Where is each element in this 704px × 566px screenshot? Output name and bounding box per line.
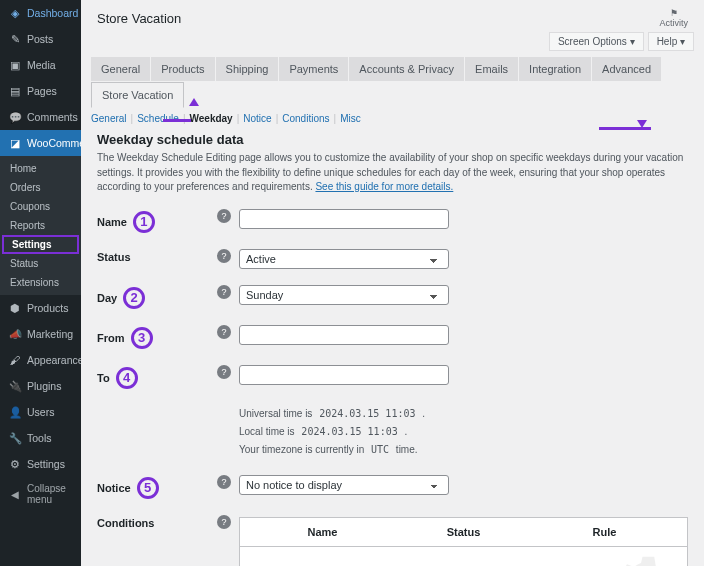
help-icon[interactable]: ? bbox=[217, 475, 231, 489]
conditions-table: Name Status Rule You can add multiple ru… bbox=[239, 517, 688, 567]
settings-tabs: GeneralProductsShippingPaymentsAccounts … bbox=[81, 57, 704, 107]
sidebar-sub-item[interactable]: Extensions bbox=[0, 273, 81, 292]
tab[interactable]: Accounts & Privacy bbox=[349, 57, 464, 81]
help-icon[interactable]: ? bbox=[217, 285, 231, 299]
sidebar-item[interactable]: 🔧Tools bbox=[0, 425, 81, 451]
sidebar-item[interactable]: ▤Pages bbox=[0, 78, 81, 104]
main-panel: Weekday schedule data The Weekday Schedu… bbox=[81, 128, 704, 566]
sidebar-submenu: HomeOrdersCouponsReportsSettingsStatusEx… bbox=[0, 156, 81, 295]
day-select[interactable]: Sunday bbox=[239, 285, 449, 305]
sidebar-item[interactable]: 💬Comments bbox=[0, 104, 81, 130]
guide-link[interactable]: See this guide for more details. bbox=[315, 181, 453, 192]
gear-watermark-icon bbox=[609, 551, 679, 567]
sidebar-item[interactable]: ⚙Settings bbox=[0, 451, 81, 477]
subtab[interactable]: Conditions bbox=[282, 113, 329, 124]
topbar: Store Vacation ⚑ Activity bbox=[81, 0, 704, 32]
time-info: Universal time is 2024.03.15 11:03 . Loc… bbox=[239, 405, 425, 459]
sidebar-sub-item[interactable]: Reports bbox=[0, 216, 81, 235]
screen-options-button[interactable]: Screen Options ▾ bbox=[549, 32, 644, 51]
tab[interactable]: General bbox=[91, 57, 150, 81]
sidebar-item[interactable]: 👤Users bbox=[0, 399, 81, 425]
page-title: Store Vacation bbox=[97, 11, 181, 26]
help-icon[interactable]: ? bbox=[217, 515, 231, 529]
activity-button[interactable]: ⚑ Activity bbox=[659, 8, 688, 28]
sidebar-sub-item[interactable]: Coupons bbox=[0, 197, 81, 216]
help-icon[interactable]: ? bbox=[217, 325, 231, 339]
sidebar-item[interactable]: 🔌Plugins bbox=[0, 373, 81, 399]
tab[interactable]: Shipping bbox=[216, 57, 279, 81]
sidebar-item[interactable]: ✎Posts bbox=[0, 26, 81, 52]
collapse-icon: ◀ bbox=[8, 487, 22, 501]
sidebar-sub-item[interactable]: Home bbox=[0, 159, 81, 178]
subtab[interactable]: Misc bbox=[340, 113, 361, 124]
subtab[interactable]: Weekday bbox=[190, 113, 233, 124]
content-area: Store Vacation ⚑ Activity Screen Options… bbox=[81, 0, 704, 566]
sidebar-sub-item[interactable]: Orders bbox=[0, 178, 81, 197]
sidebar-sub-item[interactable]: Status bbox=[0, 254, 81, 273]
name-input[interactable] bbox=[239, 209, 449, 229]
tab[interactable]: Integration bbox=[519, 57, 591, 81]
tab[interactable]: Store Vacation bbox=[91, 82, 184, 108]
sidebar-item[interactable]: 📣Marketing bbox=[0, 321, 81, 347]
sidebar-item[interactable]: ⬢Products bbox=[0, 295, 81, 321]
help-button[interactable]: Help ▾ bbox=[648, 32, 694, 51]
collapse-menu[interactable]: ◀ Collapse menu bbox=[0, 477, 81, 511]
subtab[interactable]: Notice bbox=[243, 113, 271, 124]
woo-icon: ◪ bbox=[8, 136, 22, 150]
subtab[interactable]: General bbox=[91, 113, 127, 124]
sidebar-item[interactable]: ◈Dashboard bbox=[0, 0, 81, 26]
flag-icon: ⚑ bbox=[659, 8, 688, 18]
section-heading: Weekday schedule data bbox=[97, 132, 688, 147]
sidebar-sub-item[interactable]: Settings bbox=[2, 235, 79, 254]
tab[interactable]: Emails bbox=[465, 57, 518, 81]
status-select[interactable]: Active bbox=[239, 249, 449, 269]
to-input[interactable] bbox=[239, 365, 449, 385]
sidebar-item[interactable]: 🖌Appearance bbox=[0, 347, 81, 373]
sidebar-item-woocommerce[interactable]: ◪ WooCommerce bbox=[0, 130, 81, 156]
sidebar-item[interactable]: ▣Media bbox=[0, 52, 81, 78]
tab[interactable]: Advanced bbox=[592, 57, 661, 81]
from-input[interactable] bbox=[239, 325, 449, 345]
settings-subtabs: General|Schedule|Weekday|Notice|Conditio… bbox=[81, 107, 704, 128]
tab[interactable]: Products bbox=[151, 57, 214, 81]
help-icon[interactable]: ? bbox=[217, 365, 231, 379]
help-icon[interactable]: ? bbox=[217, 209, 231, 223]
tab[interactable]: Payments bbox=[279, 57, 348, 81]
notice-select[interactable]: No notice to display bbox=[239, 475, 449, 495]
admin-sidebar: ◈Dashboard✎Posts▣Media▤Pages💬Comments ◪ … bbox=[0, 0, 81, 566]
help-icon[interactable]: ? bbox=[217, 249, 231, 263]
section-description: The Weekday Schedule Editing page allows… bbox=[97, 151, 688, 195]
